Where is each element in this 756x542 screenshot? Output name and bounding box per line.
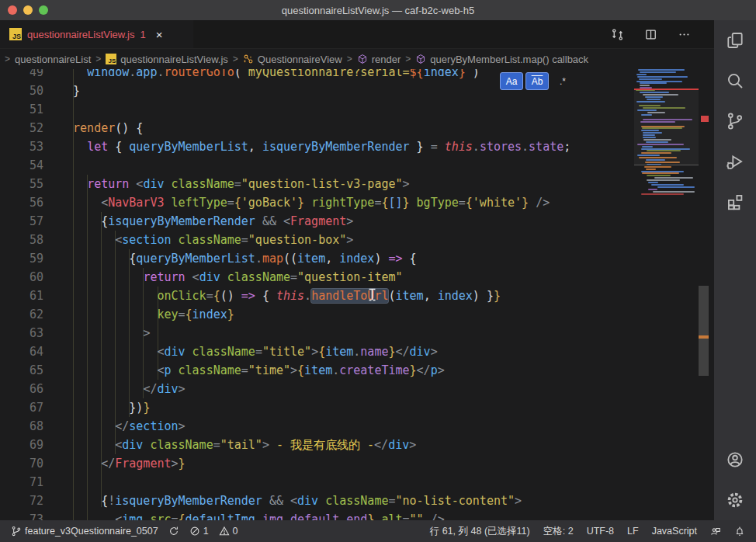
eol-item[interactable]: LF	[627, 526, 639, 537]
tab-questionnaireListView[interactable]: JS questionnaireListView.js 1 ×	[0, 20, 193, 48]
code-line-50[interactable]: 50 }	[0, 82, 570, 100]
minimap[interactable]	[634, 69, 699, 520]
warnings-item[interactable]: 0	[219, 526, 238, 537]
code-line-68[interactable]: 68 </section>	[0, 417, 570, 436]
code-line-49[interactable]: 49 window.app.routerGoTo(`myQuestionnair…	[0, 69, 570, 82]
zoom-window-button[interactable]	[39, 5, 48, 15]
line-number[interactable]: 51	[0, 100, 59, 119]
line-number[interactable]: 65	[0, 361, 59, 380]
git-branch-item[interactable]: feature_v3Questionnaire_0507	[11, 526, 158, 537]
minimap-viewport[interactable]	[634, 89, 699, 165]
code-line-73[interactable]: 73 <img src={defaultImg.img_default_end}…	[0, 510, 570, 520]
line-number[interactable]: 55	[0, 175, 59, 193]
line-number[interactable]: 71	[0, 473, 59, 492]
code-line-54[interactable]: 54	[0, 156, 570, 175]
whole-word-option[interactable]: Ab	[525, 72, 549, 90]
line-number[interactable]: 63	[0, 324, 59, 342]
code-line-63[interactable]: 63 >	[0, 324, 570, 342]
code-line-55[interactable]: 55 return <div className="question-list-…	[0, 175, 570, 193]
scrollbar-slider[interactable]	[699, 286, 709, 376]
code-line-57[interactable]: 57 {isqueryByMemberRender && <Fragment>	[0, 212, 570, 231]
line-number[interactable]: 67	[0, 398, 59, 417]
code-line-71[interactable]: 71	[0, 473, 570, 492]
line-number[interactable]: 59	[0, 249, 59, 268]
settings-icon[interactable]	[714, 480, 756, 520]
code-line-65[interactable]: 65 <p className="time">{item.createTime}…	[0, 361, 570, 380]
code-line-69[interactable]: 69 <div className="tail"> - 我是有底线的 -</di…	[0, 436, 570, 454]
line-number[interactable]: 49	[0, 69, 59, 82]
code-line-72[interactable]: 72 {!isqueryByMemberRender && <div class…	[0, 492, 570, 510]
code-line-53[interactable]: 53 let { queryByMemberList, isqueryByMem…	[0, 137, 570, 156]
symbol-method-icon	[415, 54, 426, 64]
code-line-66[interactable]: 66 </div>	[0, 380, 570, 398]
line-text: key={index}	[59, 305, 234, 324]
account-icon[interactable]	[714, 440, 756, 480]
feedback-item[interactable]	[710, 526, 721, 537]
close-tab-icon[interactable]: ×	[156, 28, 163, 41]
line-text: })}	[59, 398, 150, 417]
line-number[interactable]: 73	[0, 510, 59, 520]
source-control-icon[interactable]	[714, 101, 756, 141]
open-changes-icon[interactable]	[610, 27, 624, 41]
run-debug-icon[interactable]	[714, 141, 756, 182]
regex-option[interactable]: .*	[551, 72, 574, 90]
code-line-70[interactable]: 70 </Fragment>}	[0, 454, 570, 473]
line-number[interactable]: 61	[0, 287, 59, 305]
cursor-position-item[interactable]: 行 61, 列 48 (已选择11)	[430, 525, 530, 538]
line-text: return <div className="question-item"	[59, 268, 403, 287]
close-window-button[interactable]	[8, 5, 17, 15]
minimize-window-button[interactable]	[23, 5, 33, 15]
breadcrumb-item[interactable]: render	[357, 54, 401, 65]
line-number[interactable]: 66	[0, 380, 59, 398]
encoding-item-label: UTF-8	[587, 526, 614, 537]
match-case-option[interactable]: Aa	[500, 72, 523, 90]
line-number[interactable]: 54	[0, 156, 59, 175]
tab-bar: JS questionnaireListView.js 1 ×	[0, 20, 714, 49]
code-line-58[interactable]: 58 <section className="question-box">	[0, 231, 570, 249]
language-mode-item[interactable]: JavaScript	[652, 526, 697, 537]
line-number[interactable]: 70	[0, 454, 59, 473]
code-editor[interactable]: 49 window.app.routerGoTo(`myQuestionnair…	[0, 69, 714, 520]
line-text: </section>	[59, 417, 186, 436]
code-line-51[interactable]: 51	[0, 100, 570, 119]
encoding-item[interactable]: UTF-8	[587, 526, 614, 537]
line-text: return <div className="question-list-v3-…	[59, 175, 410, 193]
code-line-59[interactable]: 59 {queryByMemberList.map((item, index) …	[0, 249, 570, 268]
indentation-item[interactable]: 空格: 2	[543, 525, 574, 538]
code-line-61[interactable]: 61 onClick={() => { this.handleToUrl(ite…	[0, 287, 570, 305]
line-number[interactable]: 50	[0, 82, 59, 100]
more-actions-icon[interactable]	[677, 27, 691, 41]
line-number[interactable]: 69	[0, 436, 59, 454]
breadcrumb-item[interactable]: QuestionnaireView	[243, 54, 342, 65]
sync-item[interactable]	[168, 526, 179, 537]
breadcrumb-label: queryByMemberList.map() callback	[430, 54, 588, 65]
line-number[interactable]: 72	[0, 492, 59, 510]
line-number[interactable]: 62	[0, 305, 59, 324]
line-number[interactable]: 64	[0, 342, 59, 361]
notifications-item[interactable]	[734, 526, 745, 537]
search-icon[interactable]	[714, 61, 756, 101]
code-line-52[interactable]: 52 render() {	[0, 119, 570, 137]
line-number[interactable]: 53	[0, 137, 59, 156]
breadcrumb-item[interactable]: queryByMemberList.map() callback	[415, 54, 588, 65]
line-number[interactable]: 56	[0, 193, 59, 212]
files-icon[interactable]	[714, 20, 756, 61]
line-text: {!isqueryByMemberRender && <div classNam…	[59, 492, 522, 510]
line-number[interactable]: 58	[0, 231, 59, 249]
breadcrumb-item[interactable]: questionnaireList	[15, 54, 91, 65]
split-editor-icon[interactable]	[643, 27, 657, 41]
code-line-60[interactable]: 60 return <div className="question-item"	[0, 268, 570, 287]
language-mode-item-label: JavaScript	[652, 526, 697, 537]
code-line-62[interactable]: 62 key={index}	[0, 305, 570, 324]
line-number[interactable]: 52	[0, 119, 59, 137]
errors-item[interactable]: 1	[189, 526, 209, 537]
line-number[interactable]: 60	[0, 268, 59, 287]
extensions-icon[interactable]	[714, 182, 756, 222]
line-number[interactable]: 57	[0, 212, 59, 231]
code-line-56[interactable]: 56 <NavBarV3 leftType={'goBack'} rightTy…	[0, 193, 570, 212]
breadcrumb-item[interactable]: JSquestionnaireListView.js	[106, 54, 228, 65]
code-line-67[interactable]: 67 })}	[0, 398, 570, 417]
code-line-64[interactable]: 64 <div className="title">{item.name}</d…	[0, 342, 570, 361]
line-text: <section className="question-box">	[59, 231, 353, 249]
line-number[interactable]: 68	[0, 417, 59, 436]
